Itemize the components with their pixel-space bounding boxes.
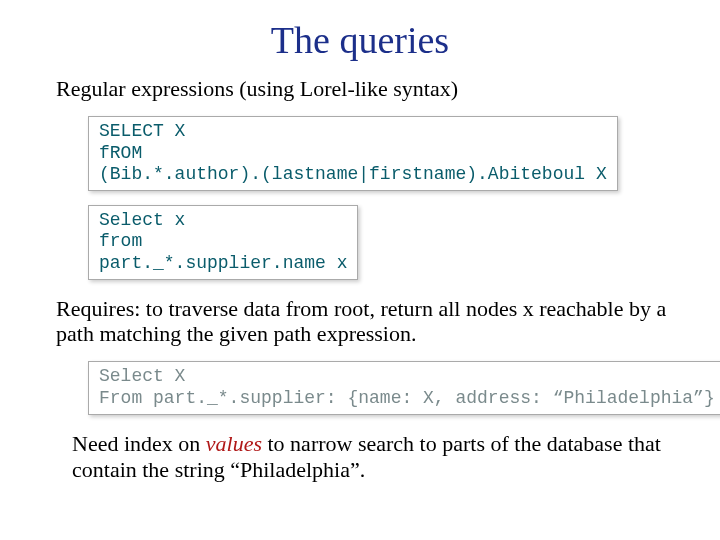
code-block-2: Select x from part._*.supplier.name x	[88, 205, 358, 280]
slide: The queries Regular expressions (using L…	[0, 0, 720, 540]
closing-emphasis: values	[206, 431, 262, 456]
closing-text: Need index on values to narrow search to…	[72, 431, 680, 483]
intro-text: Regular expressions (using Lorel-like sy…	[56, 76, 680, 102]
slide-title: The queries	[0, 0, 720, 76]
closing-pre: Need index on	[72, 431, 206, 456]
code-block-3: Select X From part._*.supplier: {name: X…	[88, 361, 720, 414]
requires-text: Requires: to traverse data from root, re…	[56, 296, 680, 348]
code-block-1: SELECT X fROM (Bib.*.author).(lastname|f…	[88, 116, 618, 191]
